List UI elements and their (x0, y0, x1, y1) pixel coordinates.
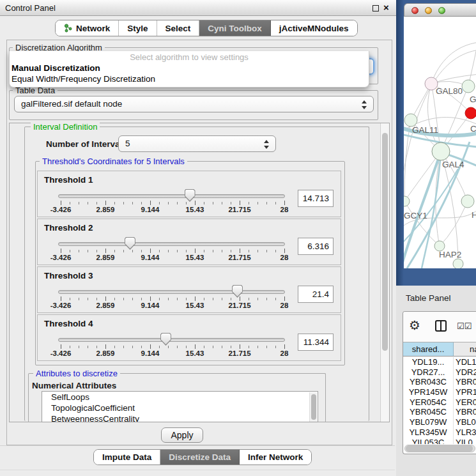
table-row[interactable]: YER054CYER0 (403, 397, 476, 408)
table-row[interactable]: YLR345WYLR3 (403, 427, 476, 438)
node-red[interactable] (465, 107, 476, 119)
list-scrollbar[interactable] (309, 392, 317, 422)
threshold-slider-thumb[interactable] (160, 333, 171, 346)
tab-label: Infer Network (248, 452, 303, 462)
slider-major-ticks (61, 201, 286, 205)
network-window-titlebar[interactable] (404, 3, 476, 17)
numerical-attributes-label: Numerical Attributes (32, 381, 116, 390)
table-row[interactable]: YBR045CYBR0 (403, 407, 476, 417)
table-row[interactable]: YDL19...YDL1 (403, 357, 476, 367)
window-minimize-light[interactable] (425, 7, 432, 14)
table-browser-panel: ⚙ ☑☑ shared... na YDL19...YDL1 YDR27...Y… (403, 311, 476, 454)
threshold-value-field[interactable]: 11.344 (298, 334, 334, 351)
tab-label: Discretize Data (169, 452, 231, 462)
dropdown-item-equal-width[interactable]: Equal Width/Frequency Discretization (10, 73, 369, 84)
cell: YIL053C (403, 438, 454, 445)
threshold-panel: Threshold 3 -3.426 2.859 9.144 15.43 21.… (37, 266, 341, 313)
threshold-value-field[interactable]: 21.4 (298, 286, 334, 303)
threshold-slider[interactable] (58, 338, 285, 342)
threshold-label: Threshold 3 (44, 271, 93, 280)
table-row[interactable]: YBL079WYBL0 (403, 417, 476, 427)
cell: YDL1 (454, 357, 476, 367)
thresholds-group-title: Threshold's Coordinates for 5 Intervals (40, 157, 187, 166)
vertical-scrollbar[interactable] (380, 123, 389, 422)
threshold-slider[interactable] (58, 242, 285, 246)
threshold-panel: Threshold 2 -3.426 2.859 9.144 15.43 21.… (37, 219, 341, 265)
threshold-label: Threshold 1 (44, 175, 93, 185)
node-gal4[interactable] (432, 142, 450, 160)
node-gcy1[interactable] (404, 196, 410, 206)
tab-jactivemnodules[interactable]: jActiveMNodules (271, 20, 357, 36)
node-label: C (470, 124, 476, 134)
control-panel-titlebar: Control Panel × (0, 0, 396, 16)
table-row[interactable]: YPR145WYPR1 (403, 387, 476, 397)
threshold-slider-thumb[interactable] (125, 237, 135, 250)
tab-discretize-data[interactable]: Discretize Data (160, 450, 240, 464)
table-row[interactable]: YIL053CYIL0 (403, 438, 476, 445)
column-header-name[interactable]: na (454, 342, 476, 356)
tick-label: 15.43 (186, 254, 204, 261)
threshold-slider[interactable] (58, 290, 285, 294)
tick-label: 2.859 (96, 254, 115, 261)
table-row[interactable]: YDR27...YDR2 (403, 367, 476, 378)
apply-button[interactable]: Apply (161, 427, 203, 443)
network-view-canvas[interactable]: GAL80 GAL11 GAL4 GCY1 HAP2 H C GA (404, 17, 476, 268)
tick-label: 15.43 (186, 349, 204, 357)
cell: YBR0 (454, 377, 476, 387)
list-item[interactable]: BetweennessCentrality (42, 413, 318, 422)
select-columns-icon[interactable]: ☑☑ (457, 321, 472, 331)
threshold-slider[interactable] (58, 194, 285, 198)
node-top-right[interactable] (462, 80, 475, 93)
vertical-scrollbar-thumb[interactable] (382, 133, 388, 351)
table-row[interactable]: YBR043CYBR0 (403, 377, 476, 387)
tab-network[interactable]: Network (56, 20, 119, 36)
horizontal-scrollbar-thumb[interactable] (406, 445, 473, 452)
list-item[interactable]: SelfLoops (42, 392, 318, 403)
tick-label: 2.859 (96, 206, 115, 213)
node-bottom[interactable] (453, 259, 463, 268)
column-header-shared-name[interactable]: shared... (403, 342, 454, 356)
tick-label: 21.715 (228, 349, 250, 357)
window-zoom-light[interactable] (438, 7, 445, 14)
gear-icon[interactable]: ⚙ (409, 318, 420, 333)
interval-definition-group-title: Interval Definition (31, 122, 100, 132)
table-data-combobox[interactable]: galFiltered.sif default node (14, 96, 374, 112)
table-body: YDL19...YDL1 YDR27...YDR2 YBR043CYBR0 YP… (403, 357, 476, 444)
window-close-light[interactable] (411, 7, 418, 14)
tab-label: jActiveMNodules (279, 24, 349, 33)
column-layout-icon[interactable] (435, 320, 447, 332)
threshold-value-field[interactable]: 14.713 (298, 190, 334, 207)
tick-label: 2.859 (96, 302, 115, 309)
tick-label: 21.715 (228, 254, 250, 261)
list-item[interactable]: TopologicalCoefficient (42, 403, 318, 413)
threshold-panel: Threshold 1 -3.426 2.859 9.144 15.43 21.… (37, 171, 341, 217)
table-data-value: galFiltered.sif default node (21, 99, 122, 109)
cell: YBL0 (454, 417, 476, 427)
num-intervals-combobox[interactable]: 5 (118, 135, 276, 152)
cell: YLR345W (403, 427, 454, 438)
tab-select[interactable]: Select (157, 20, 200, 36)
close-icon[interactable]: × (383, 2, 389, 13)
tab-infer-network[interactable]: Infer Network (240, 450, 311, 464)
cell: YER054C (403, 397, 454, 408)
threshold-slider-thumb[interactable] (185, 189, 196, 202)
node-gal11[interactable] (404, 114, 417, 127)
tick-label: -3.426 (50, 302, 72, 309)
tab-label: Select (165, 24, 191, 33)
node-label: GAL80 (436, 86, 463, 96)
cell: YBR043C (403, 377, 454, 387)
float-window-icon[interactable] (372, 5, 379, 12)
cell: YDR2 (454, 367, 476, 378)
tick-label: 15.43 (186, 302, 204, 309)
tab-style[interactable]: Style (119, 20, 157, 36)
dropdown-item-manual[interactable]: Manual Discretization (10, 63, 369, 73)
num-intervals-value: 5 (125, 139, 130, 148)
tab-cyni-toolbox[interactable]: Cyni Toolbox (199, 20, 271, 36)
cell: YBR0 (454, 407, 476, 417)
horizontal-scrollbar[interactable] (404, 445, 475, 452)
node-h[interactable] (461, 195, 474, 208)
list-scrollbar-thumb[interactable] (311, 394, 316, 420)
threshold-value-field[interactable]: 6.316 (298, 238, 334, 255)
tab-impute-data[interactable]: Impute Data (94, 450, 160, 464)
threshold-slider-thumb[interactable] (232, 285, 243, 298)
